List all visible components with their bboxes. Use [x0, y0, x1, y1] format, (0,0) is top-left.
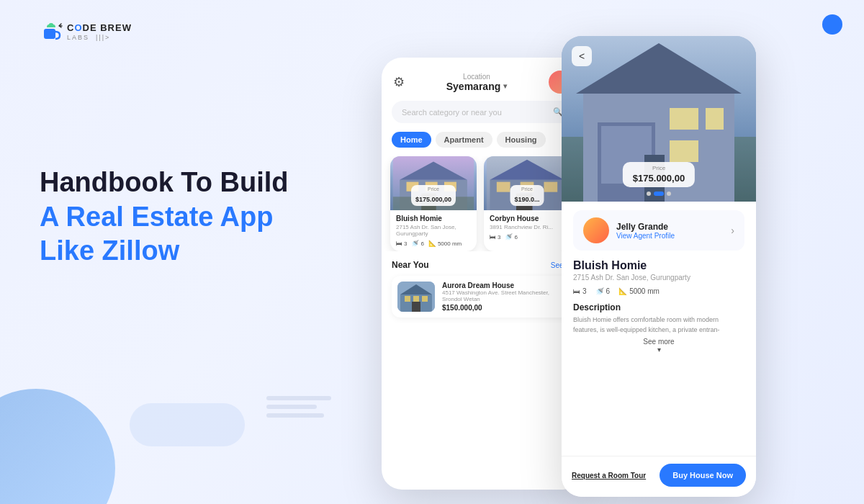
property-card-2[interactable]: Price $190.0... Corbyn House 3891 Ranchv…	[484, 156, 570, 251]
svg-rect-30	[706, 108, 724, 130]
property-address-2: 3891 Ranchview Dr. Ri...	[490, 224, 564, 230]
detail-footer: Request a Room Tour Buy House Now	[562, 456, 756, 497]
detail-price-label: Price	[633, 165, 685, 171]
property-name-1: Bluish Homie	[396, 215, 471, 222]
phones-area: ⚙ Location Syemarang ▾ Search category o…	[338, 22, 864, 497]
logo-text: CODE BREW LABS |||>	[67, 22, 132, 41]
svg-rect-0	[44, 29, 55, 39]
svg-rect-29	[670, 108, 698, 130]
back-button[interactable]: <	[572, 46, 592, 66]
detail-hero-image: < Price $175.000,00	[562, 36, 756, 202]
chevron-right-icon: ›	[731, 225, 734, 236]
nearby-image	[397, 282, 435, 312]
headline-line2: A Real Estate App	[40, 202, 273, 232]
svg-rect-12	[497, 182, 510, 192]
beds-stat-1: 🛏3	[396, 240, 407, 247]
svg-rect-14	[544, 182, 557, 192]
search-placeholder: Search category or near you	[402, 108, 502, 117]
nearby-header: Near You See All	[392, 260, 573, 270]
price-label-1: Price	[415, 186, 451, 192]
image-dots	[647, 192, 671, 196]
property-card-image-2: Price $190.0...	[484, 156, 570, 210]
detail-beds: 🛏3	[573, 287, 587, 295]
detail-baths: 🚿6	[595, 287, 611, 295]
detail-body: Jelly Grande View Agent Profile › Bluish…	[562, 202, 756, 362]
headline-section: Handbook To Build A Real Estate App Like…	[40, 166, 288, 269]
detail-stats: 🛏3 🚿6 📐5000 mm	[573, 287, 744, 295]
nearby-item[interactable]: Aurora Dream House 4517 Washington Ave. …	[392, 276, 573, 318]
beds-stat-2: 🛏3	[490, 233, 500, 240]
nearby-price: $150.000,00	[442, 304, 567, 312]
request-tour-button[interactable]: Request a Room Tour	[572, 464, 652, 487]
nearby-section: Near You See All Aurora Drea	[382, 251, 583, 318]
location-name: Syemarang ▾	[446, 81, 507, 92]
price-value-1: $175.000,00	[415, 196, 451, 203]
nearby-info: Aurora Dream House 4517 Washington Ave. …	[442, 282, 567, 312]
svg-rect-20	[413, 296, 419, 302]
tab-housing[interactable]: Housing	[497, 132, 546, 148]
property-name-2: Corbyn House	[490, 215, 564, 222]
decorative-blob-bottom-left	[0, 389, 115, 504]
price-badge-1: Price $175.000,00	[411, 185, 456, 206]
decorative-lines	[266, 396, 331, 418]
detail-price-overlay: Price $175.000,00	[623, 162, 695, 187]
chevron-down-icon: ▾	[573, 346, 744, 354]
decorative-blob-middle	[130, 403, 245, 446]
nearby-name: Aurora Dream House	[442, 282, 567, 289]
logo: CODE BREW LABS |||>	[40, 20, 132, 43]
headline-line3: Like Zillow	[40, 235, 179, 266]
property-card-1[interactable]: Price $175.000,00 Bluish Homie 2715 Ash …	[390, 156, 477, 251]
property-card-body-2: Corbyn House 3891 Ranchview Dr. Ri... 🛏3…	[484, 210, 570, 245]
chevron-down-icon: ▾	[503, 82, 507, 90]
baths-stat-1: 🚿6	[411, 240, 423, 247]
phone-middle: ⚙ Location Syemarang ▾ Search category o…	[382, 58, 583, 490]
agent-avatar	[583, 217, 609, 243]
agent-name: Jelly Grande	[616, 222, 731, 232]
description-title: Description	[573, 302, 744, 312]
headline-line1: Handbook To Build	[40, 167, 288, 197]
location-area: Location Syemarang ▾	[446, 73, 507, 92]
nearby-address: 4517 Washington Ave. Street Manchester, …	[442, 289, 567, 302]
filter-tabs: Home Apartment Housing	[382, 132, 583, 156]
price-value-2: $190.0...	[514, 196, 539, 203]
detail-property-address: 2715 Ash Dr. San Jose, Gurungparty	[573, 274, 744, 282]
svg-rect-31	[670, 140, 698, 162]
area-stat-1: 📐5000 mm	[428, 240, 462, 247]
baths-stat-2: 🚿6	[505, 233, 517, 240]
phone-header: ⚙ Location Syemarang ▾	[382, 58, 583, 101]
search-bar[interactable]: Search category or near you 🔍	[392, 101, 573, 123]
dot-3	[667, 192, 671, 196]
dot-2	[654, 192, 664, 196]
property-stats-1: 🛏3 🚿6 📐5000 mm	[396, 240, 471, 247]
agent-info: Jelly Grande View Agent Profile	[616, 222, 731, 240]
property-cards-row: Price $175.000,00 Bluish Homie 2715 Ash …	[382, 156, 583, 251]
svg-rect-19	[405, 296, 410, 302]
dot-1	[647, 192, 651, 196]
detail-price-value: $175.000,00	[633, 173, 685, 184]
description-text: Bluish Homie offers comfortable room wit…	[573, 315, 744, 335]
tab-apartment[interactable]: Apartment	[436, 132, 492, 148]
price-badge-2: Price $190.0...	[510, 185, 544, 206]
agent-row[interactable]: Jelly Grande View Agent Profile ›	[573, 210, 744, 251]
nearby-title: Near You	[392, 260, 429, 270]
tab-home[interactable]: Home	[392, 132, 431, 148]
see-more-button[interactable]: See more ▾	[573, 338, 744, 354]
property-stats-2: 🛏3 🚿6	[490, 233, 564, 240]
detail-area: 📐5000 mm	[618, 287, 660, 295]
svg-rect-21	[422, 296, 428, 302]
property-card-body-1: Bluish Homie 2715 Ash Dr. San Jose, Guru…	[390, 210, 477, 251]
price-label-2: Price	[514, 186, 539, 192]
property-card-image-1: Price $175.000,00	[390, 156, 477, 210]
buy-house-button[interactable]: Buy House Now	[660, 464, 746, 487]
svg-rect-22	[412, 302, 420, 312]
logo-icon	[40, 20, 63, 43]
property-address-1: 2715 Ash Dr. San Jose, Gurungparty	[396, 224, 471, 237]
location-label: Location	[446, 73, 507, 81]
gear-icon[interactable]: ⚙	[393, 74, 405, 90]
detail-property-name: Bluish Homie	[573, 259, 744, 272]
phone-right: < Price $175.000,00 Jelly Grande View Ag…	[562, 36, 756, 497]
agent-profile-link[interactable]: View Agent Profile	[616, 232, 731, 240]
